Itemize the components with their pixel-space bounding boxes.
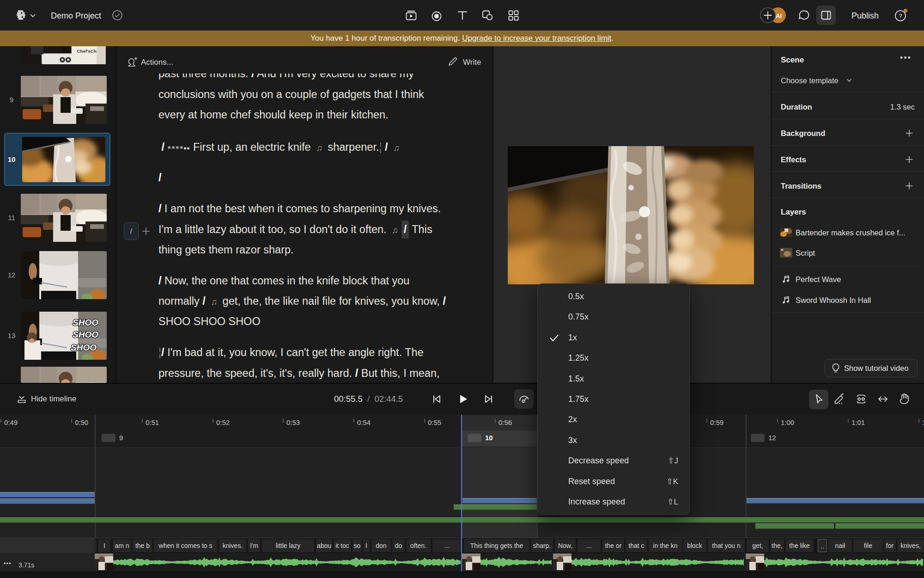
- svg-text:AI: AI: [776, 12, 782, 19]
- svg-text:SHOO: SHOO: [71, 343, 97, 352]
- svg-text:?: ?: [899, 12, 902, 19]
- svg-text:“: “: [781, 248, 784, 254]
- svg-text:SHOO: SHOO: [73, 318, 98, 327]
- svg-text:SHOO: SHOO: [73, 330, 98, 339]
